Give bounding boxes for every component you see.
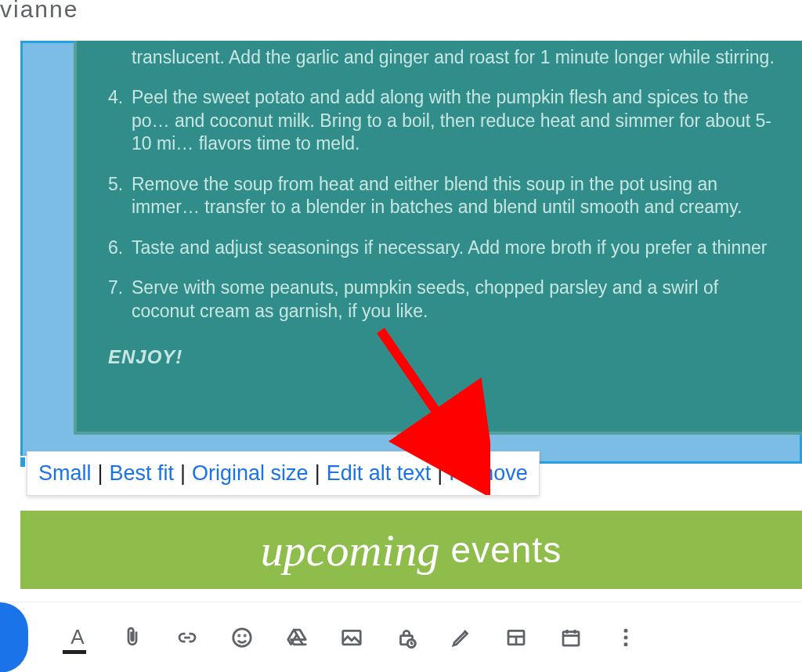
drive-icon <box>285 626 309 649</box>
recipe-step-6: Taste and adjust seasonings if necessary… <box>108 237 781 259</box>
lock-clock-icon <box>395 626 418 649</box>
image-size-best-fit[interactable]: Best fit <box>110 461 175 486</box>
image-remove[interactable]: Remove <box>449 461 528 486</box>
calendar-icon <box>559 626 583 649</box>
recipe-card: translucent. Add the garlic and ginger a… <box>74 41 802 435</box>
recipe-step-3-partial: translucent. Add the garlic and ginger a… <box>108 46 781 69</box>
separator: | <box>98 461 103 486</box>
text-color-underline <box>63 650 86 654</box>
svg-point-3 <box>244 634 245 635</box>
insert-drive-button[interactable] <box>284 624 310 651</box>
select-layout-button[interactable] <box>503 624 529 651</box>
image-options-popup: Small | Best fit | Original size | Edit … <box>27 451 540 496</box>
cropped-text-above: vianne <box>0 0 78 23</box>
insert-link-button[interactable] <box>174 624 200 651</box>
svg-point-1 <box>233 628 251 646</box>
link-icon <box>175 626 199 649</box>
image-resize-handle[interactable] <box>20 456 27 468</box>
compose-toolbar: A <box>0 602 802 672</box>
insert-signature-button[interactable] <box>448 624 475 651</box>
compose-body-area[interactable]: translucent. Add the garlic and ginger a… <box>20 41 802 589</box>
embedded-image-selection[interactable]: translucent. Add the garlic and ginger a… <box>20 41 802 464</box>
attach-file-button[interactable] <box>119 624 146 651</box>
emoji-icon <box>230 626 254 649</box>
text-color-letter: A <box>70 625 84 649</box>
confidential-mode-button[interactable] <box>393 624 420 651</box>
banner-plain-text: events <box>451 529 562 571</box>
insert-emoji-button[interactable] <box>229 624 255 651</box>
layout-icon <box>504 626 528 649</box>
separator: | <box>315 461 320 486</box>
paperclip-icon <box>121 626 144 649</box>
recipe-step-4: Peel the sweet potato and add along with… <box>108 86 781 155</box>
image-size-original[interactable]: Original size <box>192 461 309 486</box>
image-size-small[interactable]: Small <box>38 461 92 486</box>
text-color-button[interactable]: A <box>64 624 91 651</box>
schedule-send-button[interactable] <box>558 624 584 651</box>
svg-point-2 <box>239 634 240 635</box>
more-vertical-icon <box>614 626 638 649</box>
banner-script-text: upcoming <box>261 524 440 576</box>
upcoming-events-banner: upcoming events <box>20 511 802 589</box>
recipe-enjoy: ENJOY! <box>108 346 781 368</box>
image-edit-alt-text[interactable]: Edit alt text <box>327 461 432 486</box>
image-icon <box>340 626 363 649</box>
separator: | <box>437 461 443 486</box>
separator: | <box>180 461 186 486</box>
recipe-step-7: Serve with some peanuts, pumpkin seeds, … <box>108 276 781 323</box>
more-options-button[interactable] <box>612 624 639 651</box>
svg-rect-9 <box>563 631 579 645</box>
insert-photo-button[interactable] <box>338 624 365 651</box>
svg-point-12 <box>624 642 628 646</box>
send-button[interactable] <box>0 602 28 673</box>
svg-point-11 <box>624 635 628 639</box>
svg-point-10 <box>624 628 628 632</box>
pen-icon <box>450 626 473 649</box>
recipe-step-5: Remove the soup from heat and either ble… <box>108 173 781 219</box>
